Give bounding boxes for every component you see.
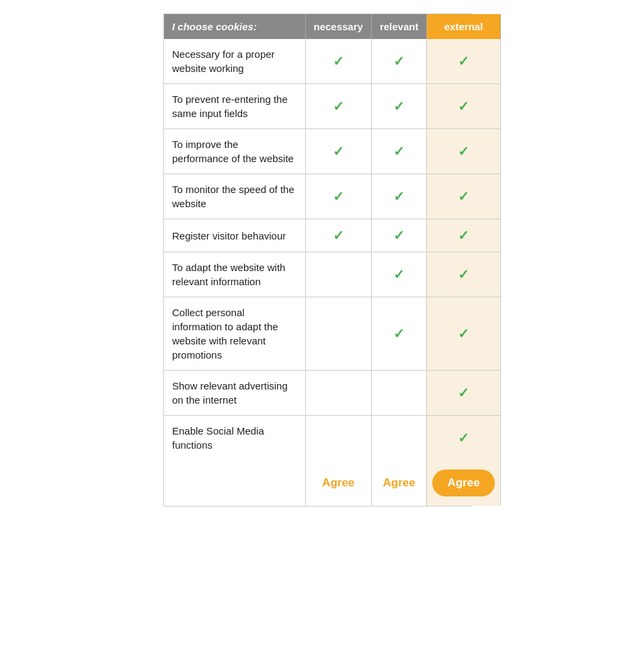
checkmark-icon: ✓ <box>393 326 405 341</box>
row-label: To monitor the speed of the website <box>164 174 305 219</box>
checkmark-icon: ✓ <box>458 189 469 204</box>
relevant-check: ✓ <box>371 129 427 174</box>
checkmark-icon: ✓ <box>333 54 344 69</box>
necessary-check: ✓ <box>305 219 371 252</box>
external-check: ✓ <box>427 416 500 461</box>
necessary-check: ✓ <box>305 84 371 129</box>
row-label: To adapt the website with relevant infor… <box>164 252 305 297</box>
checkmark-icon: ✓ <box>458 228 469 243</box>
col-header-label: I choose cookies: <box>164 14 305 39</box>
relevant-check: ✓ <box>371 219 427 252</box>
agree-external-button[interactable]: Agree <box>432 470 494 496</box>
checkmark-icon: ✓ <box>458 326 469 341</box>
table-row: To improve the performance of the websit… <box>164 129 500 174</box>
table-row: Enable Social Media functions✓ <box>164 416 500 461</box>
agree-necessary-button[interactable]: Agree <box>305 460 371 506</box>
col-header-necessary: necessary <box>305 14 371 39</box>
necessary-check: ✓ <box>305 174 371 219</box>
footer-empty-cell <box>164 460 305 506</box>
external-check: ✓ <box>427 219 500 252</box>
checkmark-icon: ✓ <box>458 385 469 400</box>
necessary-check: ✓ <box>305 129 371 174</box>
necessary-check <box>305 252 371 297</box>
relevant-check: ✓ <box>371 252 427 297</box>
checkmark-icon: ✓ <box>458 99 469 114</box>
checkmark-icon: ✓ <box>458 431 469 445</box>
external-check: ✓ <box>427 39 500 84</box>
checkmark-icon: ✓ <box>458 54 469 69</box>
checkmark-icon: ✓ <box>333 189 344 204</box>
footer-row: Agree Agree Agree <box>164 460 500 506</box>
external-check: ✓ <box>427 129 500 174</box>
checkmark-icon: ✓ <box>393 189 405 204</box>
row-label: Enable Social Media functions <box>164 416 305 461</box>
external-check: ✓ <box>427 174 500 219</box>
checkmark-icon: ✓ <box>458 267 469 282</box>
table-row: Necessary for a proper website working✓✓… <box>164 39 500 84</box>
col-header-external: external <box>427 14 500 39</box>
table-row: Register visitor behaviour✓✓✓ <box>164 219 500 252</box>
checkmark-icon: ✓ <box>333 228 344 243</box>
checkmark-icon: ✓ <box>458 144 469 159</box>
relevant-check <box>371 371 427 416</box>
checkmark-icon: ✓ <box>393 228 405 243</box>
relevant-check: ✓ <box>371 174 427 219</box>
relevant-check <box>371 416 427 461</box>
table-row: To prevent re-entering the same input fi… <box>164 84 500 129</box>
row-label: Collect personal information to adapt th… <box>164 297 305 371</box>
necessary-check: ✓ <box>305 39 371 84</box>
col-header-relevant: relevant <box>371 14 427 39</box>
table-header-row: I choose cookies: necessary relevant ext… <box>164 14 500 39</box>
table-row: Collect personal information to adapt th… <box>164 297 500 371</box>
row-label: To prevent re-entering the same input fi… <box>164 84 305 129</box>
table-row: Show relevant advertising on the interne… <box>164 371 500 416</box>
row-label: Necessary for a proper website working <box>164 39 305 84</box>
cookie-choice-table: I choose cookies: necessary relevant ext… <box>163 13 473 507</box>
checkmark-icon: ✓ <box>333 144 344 159</box>
table-row: To monitor the speed of the website✓✓✓ <box>164 174 500 219</box>
agree-relevant-button[interactable]: Agree <box>371 460 427 506</box>
row-label: To improve the performance of the websit… <box>164 129 305 174</box>
external-check: ✓ <box>427 84 500 129</box>
relevant-check: ✓ <box>371 84 427 129</box>
external-check: ✓ <box>427 297 500 371</box>
row-label: Show relevant advertising on the interne… <box>164 371 305 416</box>
necessary-check <box>305 297 371 371</box>
relevant-check: ✓ <box>371 39 427 84</box>
external-check: ✓ <box>427 252 500 297</box>
checkmark-icon: ✓ <box>393 144 405 159</box>
necessary-check <box>305 371 371 416</box>
relevant-check: ✓ <box>371 297 427 371</box>
checkmark-icon: ✓ <box>393 99 405 114</box>
checkmark-icon: ✓ <box>333 99 344 114</box>
table-row: To adapt the website with relevant infor… <box>164 252 500 297</box>
row-label: Register visitor behaviour <box>164 219 305 252</box>
necessary-check <box>305 416 371 461</box>
checkmark-icon: ✓ <box>393 267 405 282</box>
external-check: ✓ <box>427 371 500 416</box>
checkmark-icon: ✓ <box>393 54 405 69</box>
agree-external-cell: Agree <box>427 460 500 506</box>
